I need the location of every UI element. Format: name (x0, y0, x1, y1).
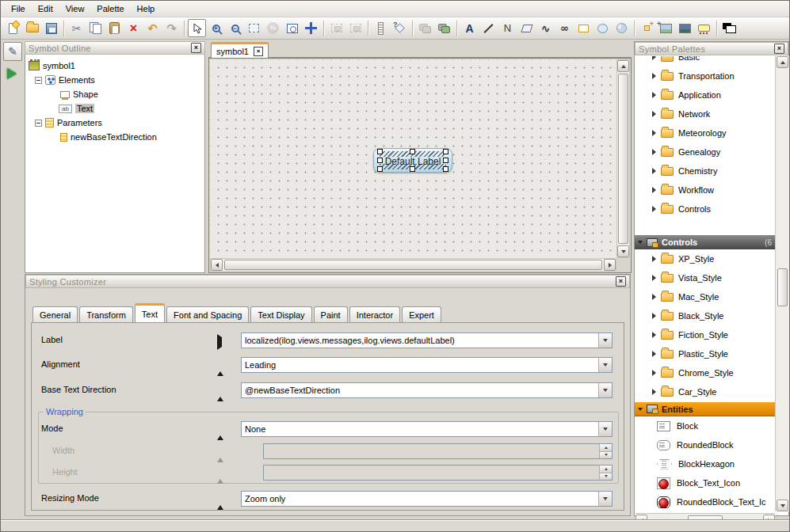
context-help-button[interactable]: ? (391, 19, 409, 37)
palette-folder-controls[interactable]: Controls (635, 200, 775, 218)
menu-help[interactable]: Help (131, 2, 162, 16)
base-text-direction-combobox[interactable]: @newBaseTextDirection (241, 382, 613, 398)
spline-tool-button[interactable]: ∿ (536, 19, 555, 37)
zoom-out-button[interactable]: − (226, 19, 244, 37)
scroll-left-button[interactable] (211, 259, 223, 271)
zoom-percent-button[interactable]: % (264, 19, 282, 37)
resize-handle-nw[interactable] (377, 149, 383, 154)
binding-arrow-icon[interactable] (217, 387, 223, 401)
cut-button[interactable]: ✂ (67, 19, 86, 37)
new-file-button[interactable] (4, 19, 22, 37)
controls-item-mac-style[interactable]: Mac_Style (635, 287, 775, 306)
spin-up-button[interactable] (600, 444, 612, 451)
tree-node-elements[interactable]: Elements (25, 73, 204, 87)
tree-node-text[interactable]: ab Text (25, 101, 204, 116)
resizing-mode-combobox[interactable]: Zoom only (241, 491, 613, 507)
binding-arrow-icon[interactable] (217, 334, 222, 350)
paste-button[interactable] (105, 19, 124, 37)
canvas-horizontal-scrollbar[interactable] (210, 258, 616, 272)
dropdown-button[interactable] (598, 333, 612, 348)
resize-handle-n[interactable] (410, 149, 415, 154)
controls-section-header[interactable]: Controls (6 (635, 234, 775, 249)
canvas-vertical-scrollbar[interactable] (616, 59, 630, 258)
drawing-canvas[interactable]: Default Label (210, 59, 616, 258)
expand-arrow-icon[interactable] (652, 332, 656, 338)
run-preview-button[interactable] (7, 68, 17, 79)
ungroup-button[interactable] (346, 19, 364, 37)
section-collapse-icon[interactable] (638, 408, 643, 411)
bring-forward-button[interactable] (416, 19, 434, 37)
close-icon[interactable]: × (774, 44, 784, 54)
tab-general[interactable]: General (32, 306, 78, 322)
controls-item-fiction-style[interactable]: Fiction_Style (635, 325, 775, 344)
save-button[interactable] (42, 19, 60, 37)
scroll-down-button[interactable] (777, 500, 788, 511)
expand-arrow-icon[interactable] (652, 56, 656, 60)
expand-arrow-icon[interactable] (652, 206, 656, 212)
send-backward-button[interactable] (435, 19, 453, 37)
controls-item-black-style[interactable]: Black_Style (635, 306, 775, 325)
entity-item-block-text-icon[interactable]: Block_Text_Icon (635, 473, 775, 492)
undo-button[interactable]: ↶ (143, 19, 162, 37)
alignment-combobox[interactable]: Leading (241, 357, 613, 373)
zoom-fit-button[interactable] (283, 19, 301, 37)
binding-arrow-icon[interactable] (217, 496, 223, 510)
copy-button[interactable] (86, 19, 105, 37)
scroll-right-button[interactable] (604, 259, 616, 271)
palette-folder-workflow[interactable]: Workflow (635, 180, 775, 200)
dropdown-button[interactable] (598, 358, 612, 372)
tab-expert[interactable]: Expert (402, 306, 441, 322)
expand-arrow-icon[interactable] (652, 111, 656, 117)
open-button[interactable] (23, 19, 41, 37)
wrapping-mode-combobox[interactable]: None (241, 421, 613, 437)
wrapping-width-spinner[interactable] (263, 443, 613, 459)
palette-folder-chemistry[interactable]: Chemistry (635, 162, 775, 180)
tab-interactor[interactable]: Interactor (349, 306, 400, 322)
entity-item-roundedblock-text-icon[interactable]: RoundedBlock_Text_Ic (635, 492, 775, 511)
arc-tool-button[interactable] (613, 19, 631, 37)
entities-section-header[interactable]: Entities (635, 401, 775, 416)
resize-handle-ne[interactable] (443, 149, 448, 154)
tree-node-parameters[interactable]: Parameters (25, 116, 204, 130)
delete-button[interactable]: × (124, 19, 143, 37)
close-icon[interactable]: × (616, 276, 626, 287)
section-collapse-icon[interactable] (638, 241, 643, 244)
scroll-up-button[interactable] (777, 56, 788, 68)
resize-handle-s[interactable] (410, 166, 415, 172)
expand-arrow-icon[interactable] (652, 130, 656, 136)
add-point-button[interactable] (638, 19, 656, 37)
vertical-scroll-thumb[interactable] (618, 74, 628, 244)
select-tool-button[interactable] (188, 19, 206, 37)
resize-handle-e[interactable] (443, 158, 448, 163)
invert-colors-button[interactable] (720, 19, 738, 37)
group-button[interactable] (327, 19, 345, 37)
spin-down-button[interactable] (600, 451, 612, 459)
ellipse-tool-button[interactable] (593, 19, 612, 37)
controls-item-xp-style[interactable]: XP_Style (635, 249, 775, 268)
binding-arrow-icon[interactable] (217, 362, 223, 376)
text-tool-button[interactable]: A (460, 19, 479, 37)
expand-arrow-icon[interactable] (652, 351, 656, 357)
palette-folder-application[interactable]: Application (635, 86, 775, 104)
spin-up-button[interactable] (600, 466, 612, 473)
entity-item-roundedblock[interactable]: RoundedBlock (635, 435, 775, 454)
expand-arrow-icon[interactable] (652, 256, 656, 262)
entity-item-block[interactable]: Block (635, 416, 775, 435)
tab-close-icon[interactable]: × (254, 47, 263, 56)
expand-arrow-icon[interactable] (652, 294, 656, 300)
collapse-icon[interactable] (35, 77, 42, 84)
tab-text-display[interactable]: Text Display (250, 306, 311, 322)
close-icon[interactable]: × (191, 43, 201, 53)
resize-handle-se[interactable] (443, 166, 448, 172)
resize-handle-sw[interactable] (377, 166, 383, 172)
palette-folder-basic[interactable]: Basic (635, 56, 775, 66)
pan-button[interactable] (302, 19, 320, 37)
polygon-tool-button[interactable] (517, 19, 536, 37)
menu-edit[interactable]: Edit (32, 2, 59, 16)
add-label-button[interactable] (695, 19, 713, 37)
tab-text[interactable]: Text (135, 303, 165, 322)
collapse-icon[interactable] (35, 120, 42, 127)
controls-item-chrome-style[interactable]: Chrome_Style (635, 363, 775, 382)
expand-arrow-icon[interactable] (652, 168, 656, 174)
controls-item-plastic-style[interactable]: Plastic_Style (635, 344, 775, 363)
